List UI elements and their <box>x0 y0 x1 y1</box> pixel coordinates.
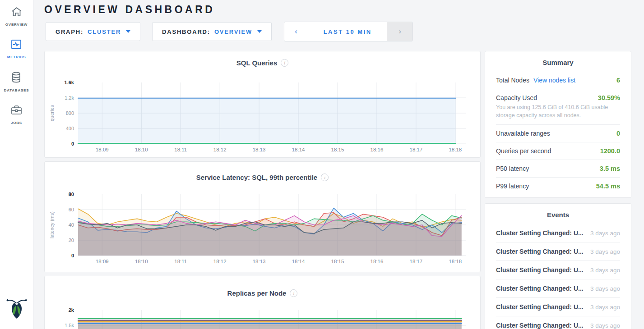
summary-panel: Summary Total Nodes View nodes list 6 Ca… <box>485 51 631 198</box>
cockroach-logo <box>6 297 28 322</box>
capacity-caption: You are using 125.6 GiB of 410.6 GiB usa… <box>496 103 620 119</box>
total-nodes-value: 6 <box>616 77 620 84</box>
sidebar-item-label: METRICS <box>7 55 26 59</box>
replicas-per-node-chart: 18:0918:1018:1118:1218:1318:1418:1518:16… <box>45 301 479 329</box>
info-icon[interactable]: i <box>281 59 288 67</box>
event-text: Cluster Setting Changed: U... <box>496 285 584 292</box>
replicas-per-node-panel: Replicas per Node i 18:0918:1018:1118:12… <box>44 276 481 329</box>
events-list: Cluster Setting Changed: U...3 days agoC… <box>496 224 620 329</box>
svg-text:18:15: 18:15 <box>331 259 344 264</box>
svg-text:18:14: 18:14 <box>292 147 305 152</box>
time-next-button[interactable]: › <box>387 22 412 41</box>
page-title: OVERVIEW DASHBOARD <box>44 0 644 16</box>
sql-queries-panel: SQL Queries i 18:0918:1018:1118:1218:131… <box>44 51 481 158</box>
summary-title: Summary <box>496 51 620 72</box>
event-row[interactable]: Cluster Setting Changed: U...3 days ago <box>496 261 620 279</box>
svg-text:18:15: 18:15 <box>331 147 344 152</box>
chevron-down-icon <box>257 30 262 33</box>
p99-latency-label: P99 latency <box>496 183 529 190</box>
summary-row-p99: P99 latency 54.5 ms <box>496 178 620 195</box>
svg-text:18:18: 18:18 <box>449 259 462 264</box>
svg-text:18:14: 18:14 <box>292 259 305 264</box>
sidebar-item-databases[interactable]: DATABASES <box>4 71 29 92</box>
sidebar-item-metrics[interactable]: METRICS <box>7 39 26 59</box>
events-title: Events <box>496 204 620 224</box>
svg-text:400: 400 <box>66 126 74 131</box>
graph-dropdown-value: CLUSTER <box>88 28 121 35</box>
svg-text:18:16: 18:16 <box>371 259 384 264</box>
charts-column: SQL Queries i 18:0918:1018:1118:1218:131… <box>44 51 481 329</box>
svg-text:2k: 2k <box>69 307 74 313</box>
unavailable-ranges-value: 0 <box>616 130 620 137</box>
right-column: Summary Total Nodes View nodes list 6 Ca… <box>485 51 631 329</box>
event-text: Cluster Setting Changed: U... <box>496 322 584 329</box>
sidebar-item-label: OVERVIEW <box>5 23 28 27</box>
event-time: 3 days ago <box>590 322 620 329</box>
chevron-down-icon <box>126 30 130 33</box>
svg-text:18:13: 18:13 <box>253 259 266 264</box>
dashboard-dropdown[interactable]: DASHBOARD: OVERVIEW <box>152 22 272 41</box>
info-icon[interactable]: i <box>321 174 329 181</box>
capacity-label: Capacity Used <box>496 94 537 101</box>
svg-text:800: 800 <box>66 110 74 116</box>
total-nodes-label: Total Nodes <box>496 77 529 84</box>
service-latency-panel: Service Latency: SQL, 99th percentile i … <box>44 161 481 272</box>
event-time: 3 days ago <box>590 248 620 255</box>
home-icon <box>11 6 23 19</box>
summary-row-unavailable-ranges: Unavailable ranges 0 <box>496 125 620 142</box>
metrics-icon <box>10 39 22 52</box>
svg-text:1.2k: 1.2k <box>65 95 74 101</box>
svg-text:18:09: 18:09 <box>96 259 109 264</box>
event-time: 3 days ago <box>590 267 620 274</box>
svg-text:1.5k: 1.5k <box>65 323 74 328</box>
capacity-value: 30.59% <box>598 94 620 101</box>
event-text: Cluster Setting Changed: U... <box>496 266 584 274</box>
event-row[interactable]: Cluster Setting Changed: U...3 days ago <box>496 224 620 242</box>
graph-dropdown[interactable]: GRAPH: CLUSTER <box>46 22 140 41</box>
event-row[interactable]: Cluster Setting Changed: U...3 days ago <box>496 298 620 316</box>
time-prev-button[interactable]: ‹ <box>284 22 308 41</box>
event-time: 3 days ago <box>590 285 620 292</box>
svg-text:18:16: 18:16 <box>371 147 384 152</box>
info-icon[interactable]: i <box>290 289 297 297</box>
svg-text:18:13: 18:13 <box>253 147 266 152</box>
briefcase-icon <box>10 105 23 118</box>
event-row[interactable]: Cluster Setting Changed: U...3 days ago <box>496 242 620 261</box>
svg-text:60: 60 <box>69 207 74 212</box>
summary-row-p50: P50 latency 3.5 ms <box>496 160 620 178</box>
svg-text:1.6k: 1.6k <box>65 80 74 85</box>
chart-title: Service Latency: SQL, 99th percentile <box>196 174 317 181</box>
dashboard-dropdown-value: OVERVIEW <box>214 28 252 35</box>
graph-dropdown-label: GRAPH: <box>56 28 83 35</box>
summary-row-capacity: Capacity Used 30.59% You are using 125.6… <box>496 89 620 125</box>
event-time: 3 days ago <box>590 230 620 237</box>
svg-text:18:17: 18:17 <box>409 259 422 264</box>
left-sidebar: OVERVIEW METRICS DATABASES <box>0 0 33 329</box>
svg-text:18:10: 18:10 <box>135 259 148 264</box>
event-text: Cluster Setting Changed: U... <box>496 229 584 237</box>
svg-text:queries: queries <box>49 105 55 121</box>
view-nodes-list-link[interactable]: View nodes list <box>533 77 575 84</box>
event-row[interactable]: Cluster Setting Changed: U...3 days ago <box>496 316 620 329</box>
svg-text:18:12: 18:12 <box>213 147 227 152</box>
svg-text:18:11: 18:11 <box>174 259 187 264</box>
sidebar-item-jobs[interactable]: JOBS <box>10 105 23 125</box>
main-content: OVERVIEW DASHBOARD GRAPH: CLUSTER DASHBO… <box>34 0 644 329</box>
events-panel: Events Cluster Setting Changed: U...3 da… <box>485 203 631 329</box>
dashboard-dropdown-label: DASHBOARD: <box>162 28 210 35</box>
database-icon <box>10 71 22 85</box>
svg-text:18:17: 18:17 <box>409 147 422 152</box>
sidebar-item-overview[interactable]: OVERVIEW <box>5 6 28 27</box>
p50-latency-label: P50 latency <box>496 165 529 172</box>
service-latency-chart: 18:0918:1018:1118:1218:1318:1418:1518:16… <box>45 185 479 272</box>
svg-text:latency (ms): latency (ms) <box>49 211 55 238</box>
time-window-selector: ‹ LAST 10 MIN › <box>284 22 413 41</box>
event-row[interactable]: Cluster Setting Changed: U...3 days ago <box>496 279 620 298</box>
summary-row-total-nodes: Total Nodes View nodes list 6 <box>496 72 620 89</box>
event-time: 3 days ago <box>590 304 620 311</box>
svg-text:18:09: 18:09 <box>96 147 109 152</box>
time-window-label[interactable]: LAST 10 MIN <box>308 22 387 41</box>
dashboard-content: SQL Queries i 18:0918:1018:1118:1218:131… <box>44 51 644 329</box>
sidebar-item-label: JOBS <box>11 121 22 125</box>
chart-title: SQL Queries <box>236 59 278 67</box>
